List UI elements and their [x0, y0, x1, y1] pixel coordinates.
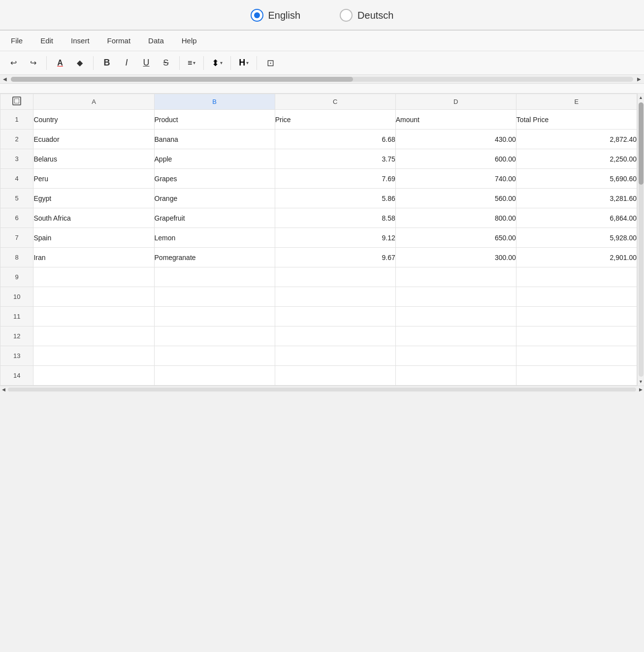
italic-button[interactable]: I	[118, 55, 135, 71]
table-cell[interactable]: Iran	[33, 248, 154, 267]
table-cell[interactable]	[154, 287, 275, 307]
table-cell[interactable]	[33, 307, 154, 326]
table-cell[interactable]: Spain	[33, 228, 154, 248]
table-cell[interactable]: Orange	[154, 189, 275, 208]
menu-format[interactable]: Format	[104, 34, 134, 47]
table-cell[interactable]	[395, 326, 516, 346]
table-cell[interactable]: 9.67	[275, 248, 395, 267]
table-cell[interactable]: 5,690.60	[516, 169, 637, 189]
table-cell[interactable]	[33, 366, 154, 386]
table-cell[interactable]	[395, 307, 516, 326]
table-cell[interactable]	[33, 346, 154, 366]
col-header-d[interactable]: D	[395, 94, 516, 110]
table-cell[interactable]: 5.86	[275, 189, 395, 208]
table-cell[interactable]: Product	[154, 110, 275, 130]
underline-button[interactable]: U	[138, 55, 155, 71]
table-cell[interactable]: 800.00	[395, 208, 516, 228]
h-scroll-track[interactable]	[11, 77, 633, 82]
table-cell[interactable]	[275, 346, 395, 366]
table-cell[interactable]	[275, 287, 395, 307]
h-scroll-right-arrow[interactable]: ▶	[635, 75, 643, 83]
table-cell[interactable]	[516, 267, 637, 287]
table-cell[interactable]: 2,250.00	[516, 149, 637, 169]
table-cell[interactable]: Belarus	[33, 149, 154, 169]
table-cell[interactable]: Price	[275, 110, 395, 130]
table-cell[interactable]	[516, 287, 637, 307]
valign-dropdown[interactable]: ⬍ ▾	[209, 56, 225, 70]
table-cell[interactable]	[516, 326, 637, 346]
menu-insert[interactable]: Insert	[68, 34, 93, 47]
deutsch-option[interactable]: Deutsch	[340, 9, 393, 22]
horizontal-scrollbar[interactable]: ◀ ▶	[0, 75, 644, 84]
menu-help[interactable]: Help	[179, 34, 200, 47]
merge-button[interactable]: ⊡	[262, 55, 279, 71]
table-cell[interactable]: 7.69	[275, 169, 395, 189]
bottom-scroll-track[interactable]	[8, 388, 636, 391]
table-cell[interactable]	[154, 346, 275, 366]
table-cell[interactable]: Apple	[154, 149, 275, 169]
menu-edit[interactable]: Edit	[37, 34, 56, 47]
undo-button[interactable]: ↩	[5, 55, 22, 71]
table-cell[interactable]: 430.00	[395, 130, 516, 149]
table-cell[interactable]: 300.00	[395, 248, 516, 267]
table-cell[interactable]: 9.12	[275, 228, 395, 248]
bottom-scroll-left[interactable]: ◀	[0, 386, 7, 393]
table-cell[interactable]	[275, 326, 395, 346]
col-header-b[interactable]: B	[154, 94, 275, 110]
table-cell[interactable]: Peru	[33, 169, 154, 189]
english-radio[interactable]	[251, 9, 263, 22]
table-cell[interactable]: 600.00	[395, 149, 516, 169]
menu-file[interactable]: File	[8, 34, 26, 47]
table-cell[interactable]	[154, 307, 275, 326]
table-cell[interactable]	[275, 366, 395, 386]
select-all-icon[interactable]	[12, 97, 21, 105]
table-cell[interactable]: 2,872.40	[516, 130, 637, 149]
strikethrough-button[interactable]: S	[158, 55, 174, 71]
table-cell[interactable]	[33, 267, 154, 287]
v-scroll-down-arrow[interactable]: ▼	[638, 378, 644, 386]
h-scroll-left-arrow[interactable]: ◀	[1, 75, 9, 83]
table-cell[interactable]	[154, 326, 275, 346]
align-dropdown[interactable]: ≡ ▾	[185, 57, 198, 69]
table-cell[interactable]: Lemon	[154, 228, 275, 248]
wrap-dropdown[interactable]: H ▾	[236, 56, 252, 70]
highlight-button[interactable]: ◆	[71, 55, 88, 71]
vertical-scrollbar[interactable]: ▲ ▼	[637, 94, 644, 386]
table-cell[interactable]: Pomegranate	[154, 248, 275, 267]
table-cell[interactable]: 6,864.00	[516, 208, 637, 228]
table-cell[interactable]: 3,281.60	[516, 189, 637, 208]
table-cell[interactable]: Egypt	[33, 189, 154, 208]
table-cell[interactable]	[154, 366, 275, 386]
table-cell[interactable]: Total Price	[516, 110, 637, 130]
table-cell[interactable]: Amount	[395, 110, 516, 130]
table-cell[interactable]: 740.00	[395, 169, 516, 189]
table-cell[interactable]	[154, 267, 275, 287]
table-cell[interactable]	[275, 307, 395, 326]
v-scroll-track[interactable]	[639, 102, 644, 377]
table-cell[interactable]: South Africa	[33, 208, 154, 228]
table-cell[interactable]	[275, 267, 395, 287]
table-cell[interactable]	[395, 267, 516, 287]
table-cell[interactable]: 560.00	[395, 189, 516, 208]
v-scroll-up-arrow[interactable]: ▲	[638, 94, 644, 101]
table-cell[interactable]: 6.68	[275, 130, 395, 149]
table-cell[interactable]	[395, 346, 516, 366]
font-color-button[interactable]: A	[52, 55, 68, 71]
table-cell[interactable]	[516, 307, 637, 326]
table-cell[interactable]: Grapes	[154, 169, 275, 189]
table-cell[interactable]: 2,901.00	[516, 248, 637, 267]
table-cell[interactable]: 8.58	[275, 208, 395, 228]
table-cell[interactable]: 5,928.00	[516, 228, 637, 248]
menu-data[interactable]: Data	[145, 34, 167, 47]
redo-button[interactable]: ↪	[25, 55, 41, 71]
col-header-a[interactable]: A	[33, 94, 154, 110]
bottom-scroll-right[interactable]: ▶	[637, 386, 644, 393]
table-cell[interactable]	[33, 287, 154, 307]
table-cell[interactable]	[395, 366, 516, 386]
bold-button[interactable]: B	[98, 55, 115, 71]
table-cell[interactable]	[395, 287, 516, 307]
table-cell[interactable]: Ecuador	[33, 130, 154, 149]
table-cell[interactable]	[516, 366, 637, 386]
col-header-c[interactable]: C	[275, 94, 395, 110]
table-cell[interactable]: 3.75	[275, 149, 395, 169]
